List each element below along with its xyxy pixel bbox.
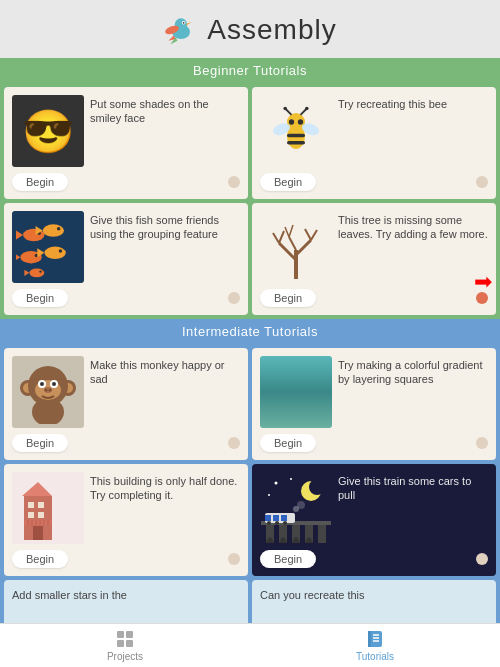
svg-point-5: [183, 22, 185, 24]
nav-label-projects: Projects: [107, 651, 143, 662]
card-gradient: Try making a colorful gradient by layeri…: [252, 348, 496, 460]
svg-line-38: [273, 233, 279, 243]
card-image-fish: [12, 211, 84, 283]
svg-rect-89: [281, 515, 287, 521]
card-image-tree: [260, 211, 332, 283]
card-smiley: 😎 Put some shades on the smiley face Beg…: [4, 87, 248, 199]
partial-cards-row: Add smaller stars in the Can you recreat…: [0, 580, 500, 625]
card-image-bee: [260, 95, 332, 167]
card-text-gradient: Try making a colorful gradient by layeri…: [338, 356, 488, 428]
intermediate-grid: Make this monkey happy or sad Begin Try …: [0, 344, 500, 580]
svg-rect-96: [126, 631, 133, 638]
svg-rect-62: [28, 502, 34, 508]
status-dot-monkey: [228, 437, 240, 449]
svg-marker-3: [187, 22, 192, 26]
content-area: Beginner Tutorials 😎 Put some shades on …: [0, 58, 500, 625]
card-text-train: Give this train some cars to pull: [338, 472, 488, 544]
card-text-smiley: Put some shades on the smiley face: [90, 95, 240, 167]
card-text-building: This building is only half done. Try com…: [90, 472, 240, 544]
card-text-tree: This tree is missing some leaves. Try ad…: [338, 211, 488, 283]
card-image-smiley: 😎: [12, 95, 84, 167]
card-image-monkey: [12, 356, 84, 428]
svg-rect-87: [265, 515, 271, 521]
grid-icon: [115, 629, 135, 649]
svg-marker-61: [22, 482, 52, 496]
svg-rect-65: [38, 512, 44, 518]
svg-point-32: [59, 249, 63, 253]
svg-point-15: [305, 107, 309, 111]
svg-rect-9: [287, 134, 305, 138]
status-dot-tree: [476, 292, 488, 304]
svg-rect-98: [126, 640, 133, 647]
partial-text-recreate: Can you recreate this: [260, 588, 488, 602]
svg-point-92: [283, 521, 287, 525]
svg-rect-63: [38, 502, 44, 508]
tree-icon: [269, 215, 323, 279]
begin-button-building[interactable]: Begin: [12, 550, 68, 568]
begin-button-smiley[interactable]: Begin: [12, 173, 68, 191]
svg-point-55: [40, 382, 44, 386]
status-dot-bee: [476, 176, 488, 188]
svg-rect-97: [117, 640, 124, 647]
partial-text-stars: Add smaller stars in the: [12, 588, 240, 602]
card-fish: Give this fish some friends using the gr…: [4, 203, 248, 315]
partial-card-stars: Add smaller stars in the: [4, 580, 248, 625]
card-image-building: [12, 472, 84, 544]
status-dot-smiley: [228, 176, 240, 188]
svg-rect-66: [33, 526, 43, 540]
status-dot-train: [476, 553, 488, 565]
svg-point-16: [289, 119, 294, 124]
card-train: Give this train some cars to pull Begin: [252, 464, 496, 576]
nav-item-tutorials[interactable]: Tutorials: [250, 624, 500, 667]
svg-line-40: [296, 240, 311, 255]
svg-line-39: [279, 231, 284, 243]
fish-school-icon: [16, 215, 80, 283]
svg-rect-95: [117, 631, 124, 638]
begin-button-fish[interactable]: Begin: [12, 289, 68, 307]
begin-button-tree[interactable]: Begin: [260, 289, 316, 307]
svg-point-59: [49, 389, 52, 392]
svg-point-13: [283, 107, 287, 111]
beginner-grid: 😎 Put some shades on the smiley face Beg…: [0, 83, 500, 319]
app-header: Assembly: [0, 0, 500, 58]
app-logo-icon: [163, 12, 199, 48]
begin-button-monkey[interactable]: Begin: [12, 434, 68, 452]
svg-point-24: [43, 224, 64, 236]
nav-item-projects[interactable]: Projects: [0, 624, 250, 667]
night-train-icon: [261, 473, 331, 543]
svg-point-91: [275, 521, 279, 525]
svg-point-33: [29, 269, 44, 278]
card-image-gradient: [260, 356, 332, 428]
status-dot-building: [228, 553, 240, 565]
status-dot-fish: [228, 292, 240, 304]
begin-button-bee[interactable]: Begin: [260, 173, 316, 191]
begin-button-train[interactable]: Begin: [260, 550, 316, 568]
svg-point-26: [57, 227, 61, 231]
svg-point-77: [275, 482, 278, 485]
svg-line-43: [289, 237, 296, 250]
status-dot-gradient: [476, 437, 488, 449]
begin-button-gradient[interactable]: Begin: [260, 434, 316, 452]
card-bee: Try recreating this bee Begin: [252, 87, 496, 199]
card-text-monkey: Make this monkey happy or sad: [90, 356, 240, 428]
card-tree: This tree is missing some leaves. Try ad…: [252, 203, 496, 315]
building-icon: [16, 476, 80, 540]
partial-card-recreate: Can you recreate this: [252, 580, 496, 625]
card-building: This building is only half done. Try com…: [4, 464, 248, 576]
book-icon: [365, 629, 385, 649]
card-text-fish: Give this fish some friends using the gr…: [90, 211, 240, 283]
intermediate-section-header: Intermediate Tutorials: [0, 319, 500, 344]
svg-point-90: [267, 521, 271, 525]
card-image-train: [260, 472, 332, 544]
svg-point-30: [44, 247, 65, 259]
bottom-navigation: Projects Tutorials: [0, 623, 500, 667]
beginner-section-header: Beginner Tutorials: [0, 58, 500, 83]
svg-point-35: [39, 270, 41, 272]
svg-rect-85: [318, 525, 326, 543]
svg-line-41: [311, 230, 317, 240]
svg-point-78: [290, 478, 292, 480]
card-monkey: Make this monkey happy or sad Begin: [4, 348, 248, 460]
svg-rect-100: [368, 631, 371, 647]
monkey-icon: [20, 360, 76, 424]
svg-line-45: [289, 225, 293, 237]
